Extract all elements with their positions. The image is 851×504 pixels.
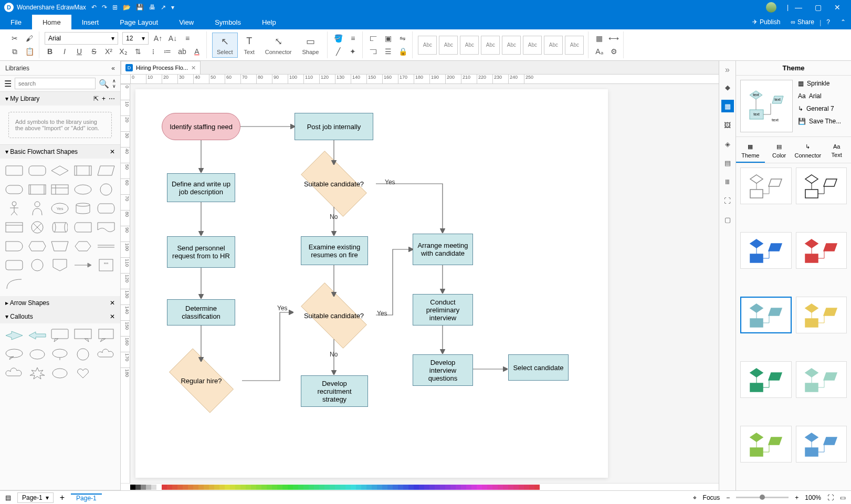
lock-icon[interactable]: 🔒: [397, 46, 408, 57]
shape-hexagon[interactable]: [73, 238, 93, 254]
shape-document[interactable]: [96, 219, 116, 235]
theme-tab-text[interactable]: AaText: [822, 137, 851, 163]
pages-icon[interactable]: ▤: [5, 494, 11, 501]
callout-oval2[interactable]: [50, 346, 70, 362]
shape-delay[interactable]: [4, 238, 24, 254]
theme-option-9[interactable]: [796, 426, 847, 463]
superscript-icon[interactable]: X²: [103, 46, 114, 57]
fullscreen-icon[interactable]: ⛶: [721, 194, 734, 207]
quick-style-3[interactable]: Abc: [460, 36, 479, 55]
save-theme-button[interactable]: 💾Save The...: [798, 118, 847, 125]
font-color-icon[interactable]: A: [192, 46, 202, 57]
document-tab[interactable]: D Hiring Process Flo... ✕: [121, 61, 201, 74]
callout-speech[interactable]: [50, 328, 70, 343]
font-setting[interactable]: AaArial: [798, 92, 847, 100]
shape-line[interactable]: [96, 238, 116, 254]
tab-file[interactable]: File: [0, 15, 32, 29]
select-tool[interactable]: ↖Select: [212, 33, 238, 58]
font-family-select[interactable]: Arial▾: [45, 32, 118, 45]
line-style-icon[interactable]: ≡: [348, 33, 358, 44]
quick-style-6[interactable]: Abc: [523, 36, 542, 55]
order-icon[interactable]: ☰: [383, 46, 393, 57]
quick-style-8[interactable]: Abc: [565, 36, 584, 55]
node-define-description[interactable]: Define and write up job description: [167, 173, 235, 202]
callout-cloud[interactable]: [96, 346, 116, 362]
zoom-in-button[interactable]: +: [795, 494, 799, 501]
add-page-button[interactable]: +: [60, 493, 65, 502]
shape-cylinder[interactable]: [50, 219, 70, 235]
basic-shapes-header[interactable]: ▾ Basic Flowchart Shapes ✕: [0, 145, 120, 159]
shape-person[interactable]: [27, 201, 47, 216]
more-icon[interactable]: ⋯: [109, 95, 115, 102]
bullet-icon[interactable]: ≔: [162, 46, 173, 57]
theme-option-8[interactable]: [740, 426, 792, 463]
present-icon[interactable]: ▢: [721, 213, 734, 226]
callout-round[interactable]: [4, 346, 24, 362]
shape-database[interactable]: [73, 201, 93, 216]
tab-help[interactable]: Help: [251, 15, 287, 29]
zoom-out-button[interactable]: −: [726, 494, 730, 501]
shape-stored[interactable]: [73, 219, 93, 235]
zoom-slider[interactable]: [736, 497, 789, 498]
scroll-up-icon[interactable]: ∧: [112, 78, 116, 83]
fit-page-icon[interactable]: ⛶: [827, 494, 834, 501]
new-icon[interactable]: ⊞: [112, 4, 118, 11]
theme-tab-theme[interactable]: ▦Theme: [736, 137, 765, 163]
shape-process[interactable]: [4, 163, 24, 178]
shape-display[interactable]: [96, 201, 116, 216]
quick-style-4[interactable]: Abc: [481, 36, 500, 55]
node-suitable-1[interactable]: Suitable candidate?: [292, 160, 376, 207]
node-regular-hire[interactable]: Regular hire?: [161, 357, 242, 404]
theme-tab-connector[interactable]: ↳Connector: [794, 137, 823, 163]
effects-icon[interactable]: ✦: [348, 46, 358, 57]
decrease-font-icon[interactable]: A↓: [167, 33, 178, 44]
arrow-shapes-header[interactable]: ▸ Arrow Shapes ✕: [0, 296, 120, 310]
text-case-icon[interactable]: ab: [177, 46, 187, 57]
sprinkle-setting[interactable]: ▦Sprinkle: [798, 80, 847, 87]
shape-predefined[interactable]: [73, 163, 93, 178]
bold-icon[interactable]: B: [45, 46, 55, 57]
expand-panel-icon[interactable]: »: [725, 65, 730, 75]
tab-symbols[interactable]: Symbols: [204, 15, 251, 29]
callout-oval[interactable]: [27, 346, 47, 362]
callout-circle[interactable]: [73, 346, 93, 362]
size-icon[interactable]: ⟷: [608, 33, 619, 44]
color-palette-strip[interactable]: [121, 483, 719, 490]
shape-actor[interactable]: [4, 201, 24, 216]
node-select-candidate[interactable]: Select candidate: [508, 354, 569, 381]
callout-cloud2[interactable]: [4, 365, 24, 381]
spacing-icon[interactable]: ⫶: [148, 46, 158, 57]
flip-icon[interactable]: ⇋: [397, 33, 408, 44]
shape-rounded[interactable]: [27, 163, 47, 178]
maximize-button[interactable]: ▢: [808, 3, 828, 12]
shape-note[interactable]: aaa: [96, 257, 116, 273]
save-icon[interactable]: 💾: [136, 4, 144, 11]
strikethrough-icon[interactable]: S: [89, 46, 99, 57]
theme-option-5[interactable]: [796, 297, 847, 333]
close-section-icon[interactable]: ✕: [110, 148, 115, 155]
callouts-header[interactable]: ▾ Callouts ✕: [0, 310, 120, 323]
collapse-sidebar-icon[interactable]: «: [111, 65, 115, 72]
stats-panel-icon[interactable]: Ⅲ: [721, 175, 734, 188]
italic-icon[interactable]: I: [59, 46, 70, 57]
page-tab[interactable]: Page-1: [71, 494, 102, 502]
node-post-internally[interactable]: Post job internally: [295, 113, 373, 140]
quick-style-5[interactable]: Abc: [502, 36, 521, 55]
node-send-hr[interactable]: Send personnel request from to HR: [167, 236, 235, 268]
subscript-icon[interactable]: X₂: [118, 46, 129, 57]
qat-more-icon[interactable]: ▾: [171, 4, 174, 11]
close-tab-icon[interactable]: ✕: [191, 65, 196, 71]
add-icon[interactable]: +: [102, 95, 106, 102]
export-icon[interactable]: ↗: [161, 4, 166, 11]
cut-icon[interactable]: ✂: [9, 33, 20, 44]
shape-subprocess[interactable]: [27, 182, 47, 197]
underline-icon[interactable]: U: [74, 46, 85, 57]
shape-connector[interactable]: [27, 257, 47, 273]
quick-style-7[interactable]: Abc: [544, 36, 563, 55]
shape-terminator[interactable]: [4, 182, 24, 197]
fill-icon[interactable]: 🪣: [333, 33, 343, 44]
align-left-icon[interactable]: ⫍: [368, 33, 379, 44]
import-icon[interactable]: ⇱: [93, 95, 99, 102]
close-section-icon[interactable]: ✕: [110, 313, 115, 320]
node-interview-questions[interactable]: Develop interview questions: [413, 354, 473, 386]
